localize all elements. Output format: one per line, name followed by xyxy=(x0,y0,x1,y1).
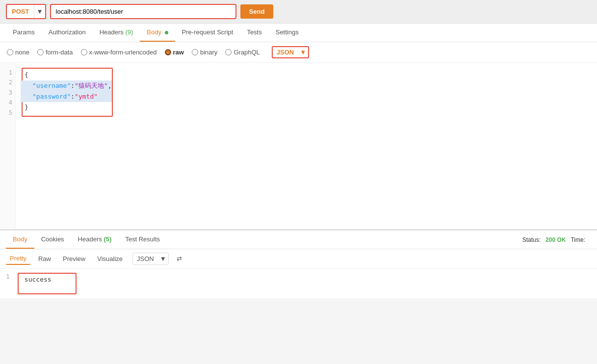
line-num-1: 1 xyxy=(3,68,12,78)
tab-body[interactable]: Body xyxy=(140,24,175,42)
radio-graphql[interactable]: GraphQL xyxy=(225,49,260,56)
code-line-1: { xyxy=(25,70,108,80)
method-wrapper: POST ▼ xyxy=(6,4,46,19)
radio-raw[interactable]: raw xyxy=(165,49,184,56)
wrap-button[interactable]: ⇄ xyxy=(173,253,186,264)
body-active-dot xyxy=(165,31,168,34)
tab-body-label: Body xyxy=(147,28,161,36)
response-json-arrow[interactable]: ▼ xyxy=(158,253,168,264)
method-dropdown-arrow[interactable]: ▼ xyxy=(34,5,45,18)
response-tabs-bar: Body Cookies Headers (5) Test Results St… xyxy=(0,230,597,249)
fmt-raw-button[interactable]: Raw xyxy=(34,253,55,264)
url-wrapper xyxy=(50,4,236,19)
tab-authorization[interactable]: Authorization xyxy=(42,24,93,42)
json-format-arrow[interactable]: ▼ xyxy=(298,47,308,57)
radio-binary[interactable]: binary xyxy=(192,49,217,56)
tab-headers[interactable]: Headers (9) xyxy=(93,24,140,42)
top-bar: POST ▼ Send xyxy=(0,0,597,24)
status-area: Status: 200 OK Time: xyxy=(522,236,591,243)
send-button[interactable]: Send xyxy=(240,4,274,19)
editor-area: 1 2 3 4 5 { "username":"猿码天地", "password… xyxy=(0,63,597,230)
resp-line-num: 1 xyxy=(6,273,10,294)
tab-headers-badge: (9) xyxy=(125,28,133,36)
method-button[interactable]: POST xyxy=(7,5,34,18)
code-editor[interactable]: { "username":"猿码天地", "password":"ymtd" } xyxy=(16,63,597,229)
resp-tab-headers[interactable]: Headers (5) xyxy=(71,231,119,249)
response-success-content: success xyxy=(18,273,77,294)
fmt-pretty-button[interactable]: Pretty xyxy=(6,253,30,265)
fmt-visualize-button[interactable]: Visualize xyxy=(93,253,127,264)
resp-headers-badge: (5) xyxy=(104,235,111,243)
radio-urlencoded[interactable]: x-www-form-urlencoded xyxy=(81,49,157,56)
response-format-bar: Pretty Raw Preview Visualize JSON ▼ ⇄ xyxy=(0,249,597,269)
json-format-button[interactable]: JSON xyxy=(273,47,298,57)
resp-tab-cookies[interactable]: Cookies xyxy=(34,231,71,249)
response-json-dropdown[interactable]: JSON ▼ xyxy=(132,253,169,265)
response-success-text: success xyxy=(25,276,52,283)
tab-settings[interactable]: Settings xyxy=(269,24,306,42)
code-line-2: "username":"猿码天地", xyxy=(21,80,112,91)
fmt-preview-button[interactable]: Preview xyxy=(59,253,89,264)
resp-headers-label: Headers xyxy=(78,235,102,243)
radio-formdata[interactable]: form-data xyxy=(37,49,73,56)
resp-tab-body[interactable]: Body xyxy=(6,231,34,249)
line-num-3: 3 xyxy=(3,88,12,98)
status-value: 200 OK xyxy=(545,236,566,243)
body-type-bar: none form-data x-www-form-urlencoded raw… xyxy=(0,42,597,63)
tab-params[interactable]: Params xyxy=(6,24,42,42)
response-json-button[interactable]: JSON xyxy=(133,253,158,264)
line-num-2: 2 xyxy=(3,78,12,87)
status-label: Status: xyxy=(522,236,541,243)
line-num-5: 5 xyxy=(3,108,12,118)
url-input[interactable] xyxy=(51,5,235,18)
tab-prerequest[interactable]: Pre-request Script xyxy=(175,24,240,42)
tab-headers-label: Headers xyxy=(100,28,124,36)
code-line-4: } xyxy=(25,102,108,113)
tab-tests[interactable]: Tests xyxy=(240,24,268,42)
code-line-3: "password":"ymtd" xyxy=(21,91,112,102)
request-tabs-bar: Params Authorization Headers (9) Body Pr… xyxy=(0,24,597,42)
json-outline-box: { "username":"猿码天地", "password":"ymtd" } xyxy=(22,68,113,117)
line-num-4: 4 xyxy=(3,98,12,107)
line-numbers: 1 2 3 4 5 xyxy=(0,63,16,229)
radio-none[interactable]: none xyxy=(7,49,29,56)
response-body: 1 success xyxy=(0,269,597,298)
resp-tab-testresults[interactable]: Test Results xyxy=(118,231,167,249)
wrap-icon: ⇄ xyxy=(177,255,182,262)
time-label: Time: xyxy=(571,236,585,243)
json-format-dropdown[interactable]: JSON ▼ xyxy=(272,46,310,58)
